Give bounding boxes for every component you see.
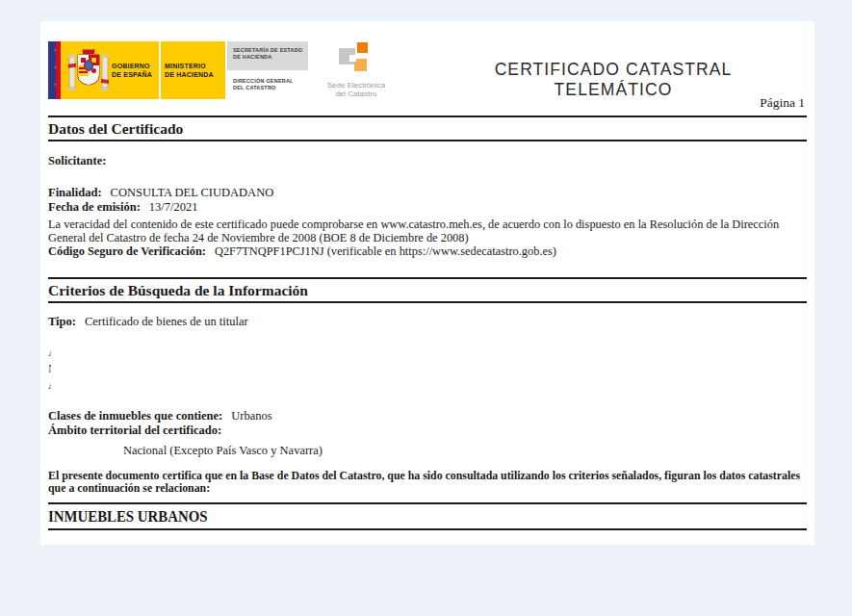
sede-electronica-logo: Sede Electrónica del Catastro (325, 41, 387, 99)
certifica-paragraph: El presente documento certifica que en l… (48, 470, 807, 495)
star-icon: ★ (54, 47, 56, 54)
ambito-territorial-value: Nacional (Excepto País Vasco y Navarra) (48, 444, 807, 458)
certificate-page: ★ ★ ★ (40, 21, 814, 545)
section-heading-datos-certificado: Datos del Certificado (48, 116, 807, 141)
page-number: Página 1 (760, 95, 805, 111)
clases-inmuebles-row: Clases de inmuebles que contiene:Urbanos (48, 409, 807, 424)
white-square-icon (349, 55, 356, 62)
star-icon: ★ (54, 82, 56, 89)
document-title: CERTIFICADO CATASTRAL TELEMÁTICO (435, 60, 791, 100)
tipo-row: Tipo:Certificado de bienes de un titular (48, 315, 807, 329)
redacted-line: A (48, 346, 807, 362)
orange-square-icon (357, 42, 368, 53)
finalidad-value: CONSULTA DEL CIUDADANO (111, 186, 274, 199)
clases-inmuebles-value: Urbanos (231, 409, 271, 423)
veracidad-paragraph: La veracidad del contenido de este certi… (48, 218, 807, 244)
government-logo: ★ ★ ★ (48, 41, 387, 99)
spain-flag-block: GOBIERNO DE ESPAÑA MINISTERIO DE HACIEND… (61, 41, 225, 99)
desktop-background: { "header": { "gobierno_label": "GOBIERN… (0, 0, 852, 616)
ministerio-de-hacienda-label: MINISTERIO DE HACIENDA (165, 63, 214, 79)
clases-inmuebles-label: Clases de inmuebles que contiene: (48, 409, 222, 423)
solicitante-label: Solicitante: (48, 154, 807, 168)
inmuebles-urbanos-heading: INMUEBLES URBANOS (48, 507, 207, 526)
document-content: Datos del Certificado Solicitante: Final… (48, 116, 807, 530)
redacted-fragment: N (48, 362, 51, 376)
redacted-line: N (48, 362, 807, 378)
eu-flag-stripe: ★ ★ ★ (48, 41, 56, 99)
tipo-value: Certificado de bienes de un titular (85, 315, 248, 328)
ministry-column: SECRETARÍA DE ESTADO DE HACIENDA DIRECCI… (227, 41, 308, 99)
finalidad-row: Finalidad:CONSULTA DEL CIUDADANO (48, 186, 807, 200)
sede-electronica-label: Sede Electrónica del Catastro (325, 81, 387, 98)
fecha-emision-row: Fecha de emisión:13/7/2021 (48, 200, 807, 215)
direccion-general-catastro-label: DIRECCIÓN GENERAL DEL CATASTRO (227, 78, 308, 90)
redacted-fragment: A (48, 346, 51, 360)
spain-coat-of-arms-icon (67, 45, 110, 95)
section-heading-criterios: Criterios de Búsqueda de la Información (48, 277, 807, 303)
tipo-label: Tipo: (48, 315, 76, 328)
finalidad-label: Finalidad: (48, 186, 102, 199)
secretaria-de-estado-label: SECRETARÍA DE ESTADO DE HACIENDA (227, 41, 308, 70)
redacted-lines: A N A (48, 346, 807, 395)
redacted-line: A (48, 378, 807, 395)
fecha-emision-label: Fecha de emisión: (48, 200, 141, 214)
csv-value: Q2F7TNQPF1PCJ1NJ (verificable en https:/… (215, 244, 556, 258)
section-heading-inmuebles-urbanos: INMUEBLES URBANOS (48, 502, 807, 530)
ambito-territorial-label: Ámbito territorial del certificado: (48, 424, 221, 437)
star-icon: ★ (54, 64, 56, 71)
gobierno-de-espana-label: GOBIERNO DE ESPAÑA (112, 63, 152, 79)
logo-divider (159, 41, 161, 99)
sede-squares-icon (337, 41, 375, 78)
fecha-emision-value: 13/7/2021 (149, 200, 198, 214)
csv-label: Código Seguro de Verificación: (48, 244, 206, 258)
redacted-fragment: A (48, 378, 51, 393)
csv-row: Código Seguro de Verificación:Q2F7TNQPF1… (48, 244, 807, 258)
ambito-territorial-row: Ámbito territorial del certificado: (48, 424, 807, 438)
